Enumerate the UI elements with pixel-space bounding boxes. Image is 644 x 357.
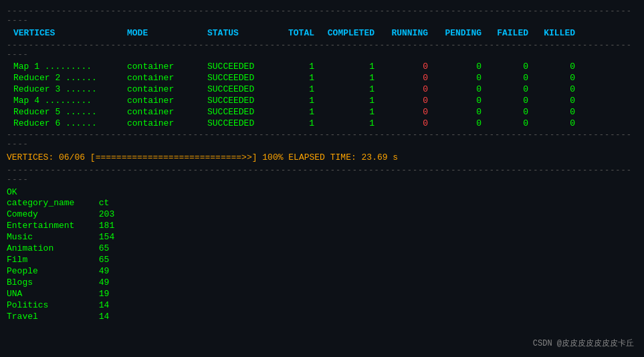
- cell-total: 1: [281, 84, 321, 94]
- result-count: 65: [99, 255, 110, 265]
- header-running: RUNNING: [381, 28, 435, 38]
- result-category: Animation: [7, 243, 94, 253]
- cell-vertices: Reducer 3 ......: [7, 84, 127, 94]
- terminal: ----------------------------------------…: [0, 0, 644, 357]
- cell-mode: container: [127, 73, 207, 83]
- progress-bar: [============================>>]: [90, 152, 262, 162]
- progress-percent: 100%: [262, 152, 288, 162]
- watermark: CSDN @皮皮皮皮皮皮皮卡丘: [533, 338, 634, 349]
- ok-label: OK: [7, 187, 637, 197]
- cell-pending: 0: [435, 118, 488, 128]
- cell-status: SUCCEEDED: [207, 62, 281, 72]
- results-header: category_name ct: [7, 197, 637, 209]
- header-mode: MODE: [127, 28, 207, 38]
- cell-completed: 1: [321, 84, 381, 94]
- cell-running: 0: [381, 73, 435, 83]
- table-header: VERTICES MODE STATUS TOTAL COMPLETED RUN…: [7, 27, 637, 39]
- cell-status: SUCCEEDED: [207, 107, 281, 117]
- header-pending: PENDING: [435, 28, 488, 38]
- table-body: Map 1 ......... container SUCCEEDED 1 1 …: [7, 61, 637, 129]
- result-row: Blogs 49: [7, 277, 637, 288]
- cell-vertices: Reducer 5 ......: [7, 107, 127, 117]
- result-count: 19: [99, 289, 110, 299]
- table-row: Map 4 ......... container SUCCEEDED 1 1 …: [7, 95, 637, 106]
- cell-failed: 0: [488, 96, 535, 106]
- result-count: 181: [99, 221, 114, 231]
- cell-pending: 0: [435, 107, 488, 117]
- result-category: Travel: [7, 312, 94, 322]
- results-body: Comedy 203 Entertainment 181 Music 154 A…: [7, 209, 637, 322]
- result-row: People 49: [7, 265, 637, 277]
- cell-killed: 0: [535, 62, 575, 72]
- col-ct: ct: [99, 198, 110, 208]
- progress-section: VERTICES: 06/06 [=======================…: [7, 150, 637, 164]
- header-vertices: VERTICES: [7, 28, 127, 38]
- result-row: Travel 14: [7, 311, 637, 322]
- result-category: Film: [7, 255, 94, 265]
- cell-completed: 1: [321, 96, 381, 106]
- cell-completed: 1: [321, 62, 381, 72]
- cell-status: SUCCEEDED: [207, 118, 281, 128]
- cell-killed: 0: [535, 118, 575, 128]
- cell-killed: 0: [535, 73, 575, 83]
- cell-completed: 1: [321, 118, 381, 128]
- cell-total: 1: [281, 118, 321, 128]
- elapsed-value: 23.69 s: [362, 152, 399, 162]
- header-status: STATUS: [207, 28, 281, 38]
- cell-killed: 0: [535, 107, 575, 117]
- rows-divider: ----------------------------------------…: [7, 130, 637, 149]
- progress-divider: ----------------------------------------…: [7, 166, 637, 185]
- cell-status: SUCCEEDED: [207, 84, 281, 94]
- cell-pending: 0: [435, 96, 488, 106]
- cell-pending: 0: [435, 84, 488, 94]
- cell-status: SUCCEEDED: [207, 73, 281, 83]
- vertices-count: VERTICES: 06/06: [7, 152, 85, 162]
- result-row: Music 154: [7, 231, 637, 243]
- result-count: 65: [99, 243, 110, 253]
- result-count: 203: [99, 209, 114, 219]
- result-category: Comedy: [7, 209, 94, 219]
- cell-failed: 0: [488, 62, 535, 72]
- cell-completed: 1: [321, 107, 381, 117]
- cell-failed: 0: [488, 84, 535, 94]
- cell-failed: 0: [488, 107, 535, 117]
- cell-vertices: Reducer 6 ......: [7, 118, 127, 128]
- cell-mode: container: [127, 118, 207, 128]
- cell-mode: container: [127, 107, 207, 117]
- result-count: 14: [99, 300, 110, 310]
- cell-killed: 0: [535, 84, 575, 94]
- col-category-name: category_name: [7, 198, 94, 208]
- result-category: Entertainment: [7, 221, 94, 231]
- cell-mode: container: [127, 62, 207, 72]
- table-row: Reducer 2 ...... container SUCCEEDED 1 1…: [7, 72, 637, 84]
- result-category: Music: [7, 232, 94, 242]
- cell-mode: container: [127, 96, 207, 106]
- result-row: UNA 19: [7, 288, 637, 300]
- result-count: 14: [99, 312, 110, 322]
- cell-failed: 0: [488, 73, 535, 83]
- result-category: Blogs: [7, 277, 94, 287]
- results-section: OK category_name ct Comedy 203 Entertain…: [7, 187, 637, 322]
- cell-pending: 0: [435, 62, 488, 72]
- table-row: Reducer 3 ...... container SUCCEEDED 1 1…: [7, 84, 637, 95]
- result-category: Politics: [7, 300, 94, 310]
- top-divider: ----------------------------------------…: [7, 7, 637, 25]
- header-completed: COMPLETED: [321, 28, 381, 38]
- result-count: 49: [99, 266, 110, 276]
- cell-running: 0: [381, 118, 435, 128]
- cell-killed: 0: [535, 96, 575, 106]
- header-killed: KILLED: [535, 28, 575, 38]
- cell-vertices: Reducer 2 ......: [7, 73, 127, 83]
- result-count: 49: [99, 277, 110, 287]
- cell-running: 0: [381, 62, 435, 72]
- cell-running: 0: [381, 84, 435, 94]
- result-row: Comedy 203: [7, 209, 637, 220]
- cell-mode: container: [127, 84, 207, 94]
- cell-failed: 0: [488, 118, 535, 128]
- cell-completed: 1: [321, 73, 381, 83]
- result-row: Animation 65: [7, 243, 637, 254]
- result-row: Entertainment 181: [7, 220, 637, 231]
- cell-total: 1: [281, 96, 321, 106]
- cell-status: SUCCEEDED: [207, 96, 281, 106]
- result-category: People: [7, 266, 94, 276]
